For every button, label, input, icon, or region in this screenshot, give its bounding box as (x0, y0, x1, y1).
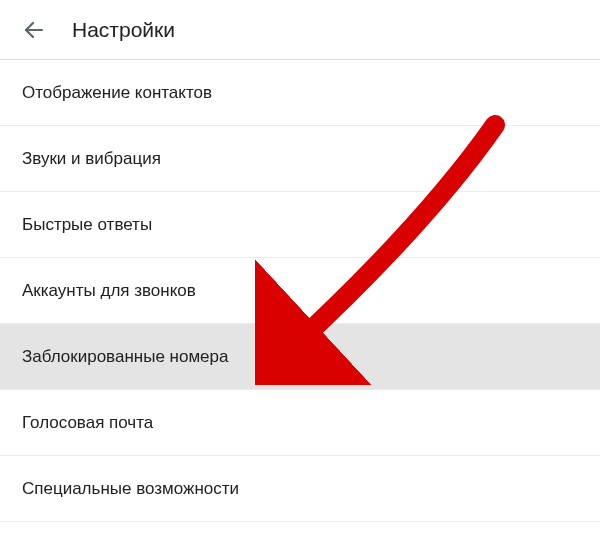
back-arrow-icon (22, 18, 46, 42)
settings-item-call-accounts[interactable]: Аккаунты для звонков (0, 258, 600, 324)
settings-item-label: Заблокированные номера (22, 347, 228, 367)
settings-item-label: Аккаунты для звонков (22, 281, 196, 301)
settings-item-label: Голосовая почта (22, 413, 153, 433)
settings-item-quick-replies[interactable]: Быстрые ответы (0, 192, 600, 258)
settings-item-label: Специальные возможности (22, 479, 239, 499)
settings-item-label: Отображение контактов (22, 83, 212, 103)
settings-item-voicemail[interactable]: Голосовая почта (0, 390, 600, 456)
settings-list: Отображение контактов Звуки и вибрация Б… (0, 60, 600, 522)
settings-item-blocked-numbers[interactable]: Заблокированные номера (0, 324, 600, 390)
settings-item-contacts-display[interactable]: Отображение контактов (0, 60, 600, 126)
settings-item-label: Звуки и вибрация (22, 149, 161, 169)
settings-item-accessibility[interactable]: Специальные возможности (0, 456, 600, 522)
header: Настройки (0, 0, 600, 60)
settings-item-sounds-vibration[interactable]: Звуки и вибрация (0, 126, 600, 192)
settings-item-label: Быстрые ответы (22, 215, 152, 235)
back-button[interactable] (12, 8, 56, 52)
page-title: Настройки (72, 18, 175, 42)
